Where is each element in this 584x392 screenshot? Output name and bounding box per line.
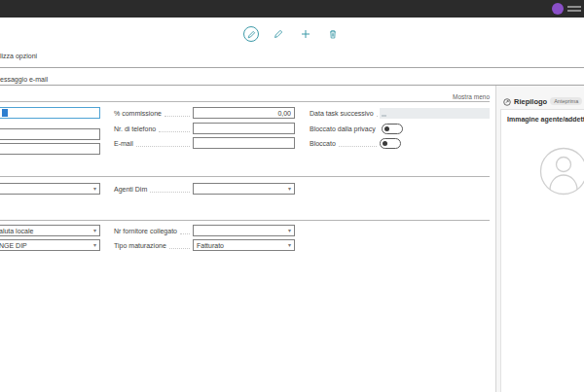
show-less-link[interactable]: Mostra meno	[0, 93, 490, 100]
divider	[0, 101, 490, 102]
text-selection	[2, 109, 8, 117]
phone-input[interactable]	[193, 123, 295, 134]
chevron-down-icon: ▾	[93, 228, 96, 233]
chevron-down-icon: ▾	[93, 242, 96, 248]
trash-icon	[328, 29, 338, 39]
commission-input[interactable]	[193, 107, 295, 119]
form-row: NGE DIP ▾ Tipo maturazione Fatturato ▾	[0, 239, 490, 252]
dotted-leader	[159, 130, 190, 132]
options-link[interactable]: lizza opzioni	[0, 53, 37, 59]
user-avatar[interactable]	[552, 3, 564, 15]
person-placeholder-image	[539, 147, 584, 199]
chevron-down-icon: ▾	[288, 186, 291, 192]
linked-vendor-label: Nr fornitore collegato	[114, 228, 177, 234]
new-button[interactable]	[298, 26, 313, 42]
form-row: ▾ Agenti Dim ▾	[0, 183, 490, 196]
currency-select[interactable]: aluta locale ▾	[0, 225, 100, 236]
factbox-header: Riepilogo Anteprima	[496, 86, 584, 110]
privacy-blocked-label: Bloccato dalla privacy	[310, 125, 376, 132]
form-row: E-mail Bloccato	[0, 137, 490, 150]
chevron-down-icon: ▾	[288, 228, 291, 233]
app-window: lizza opzioni essaggio e-mail Mostra men…	[0, 0, 584, 392]
blocked-toggle[interactable]	[380, 138, 401, 149]
preview-badge: Anteprima	[550, 97, 582, 105]
phone-label: Nr. di telefono	[114, 125, 156, 132]
dotted-leader	[136, 145, 190, 147]
dotted-leader	[164, 115, 190, 117]
divider	[0, 220, 490, 221]
factbox-title[interactable]: Riepilogo	[514, 97, 547, 106]
edit-button[interactable]	[271, 26, 286, 42]
accrual-type-label: Tipo maturazione	[114, 242, 166, 249]
form-row: aluta locale ▾ Nr fornitore collegato ▾	[0, 225, 490, 237]
form-row: % commissione Data task successivo	[0, 107, 490, 120]
chevron-down-icon: ▾	[288, 242, 291, 248]
blocked-label: Bloccato	[310, 140, 336, 147]
delete-button[interactable]	[325, 26, 341, 42]
next-task-date-label: Data task successivo	[310, 110, 374, 117]
divider	[0, 67, 584, 68]
agents-dim-select[interactable]: ▾	[193, 183, 295, 195]
dotted-leader	[180, 232, 190, 234]
dotted-leader	[339, 145, 377, 147]
left-column-input-1[interactable]	[0, 107, 100, 119]
accrual-type-select[interactable]: Fatturato ▾	[193, 239, 295, 251]
form-row: Nr. di telefono Bloccato dalla privacy	[0, 123, 490, 135]
topbar-text-fragment	[567, 6, 581, 12]
email-label: E-mail	[114, 140, 133, 147]
chevron-down-icon: ▾	[93, 186, 96, 192]
dotted-leader	[150, 191, 190, 193]
dotted-leader	[169, 247, 190, 249]
next-task-date-field	[380, 108, 490, 119]
pencil-circle-icon	[247, 30, 256, 39]
picture-card-title: Immagine agente/addett	[507, 116, 584, 123]
agents-dim-label: Agenti Dim	[114, 186, 147, 193]
send-email-link[interactable]: essaggio e-mail	[0, 76, 48, 83]
action-toolbar	[0, 25, 584, 43]
dimension-2-select[interactable]: NGE DIP ▾	[0, 239, 100, 251]
summary-icon	[503, 92, 511, 110]
plus-icon	[301, 29, 310, 39]
divider	[0, 176, 490, 177]
email-input[interactable]	[193, 137, 295, 149]
edit-toggle-button[interactable]	[243, 26, 259, 42]
topbar	[0, 0, 584, 18]
commission-label: % commissione	[114, 110, 162, 117]
left-column-input-3[interactable]	[0, 143, 100, 155]
factbox-pane: Riepilogo Anteprima Immagine agente/adde…	[495, 86, 584, 392]
linked-vendor-select[interactable]: ▾	[193, 225, 295, 236]
picture-card: Immagine agente/addett	[500, 109, 584, 392]
privacy-blocked-toggle[interactable]	[382, 124, 403, 134]
dimension-1-select[interactable]: ▾	[0, 183, 100, 195]
pencil-icon	[274, 29, 283, 39]
